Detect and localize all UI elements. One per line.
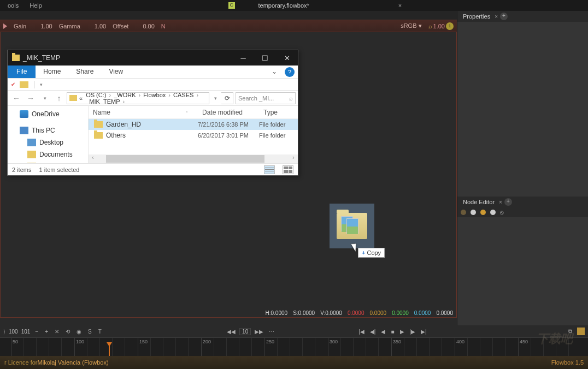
play-back-icon[interactable]: ◀ [379, 329, 387, 335]
ffwd-icon[interactable]: ▶▶ [253, 329, 265, 335]
nav-documents[interactable]: Documents [8, 148, 88, 160]
table-row[interactable]: Garden_HD7/21/2016 6:38 PMFile folder [89, 119, 298, 130]
step-back-icon[interactable]: ◀| [368, 329, 378, 335]
document-title[interactable]: temporary.flowbox* [258, 2, 309, 9]
nav-onedrive[interactable]: OneDrive [8, 108, 88, 120]
qa-pin-icon[interactable]: ✔ [11, 81, 15, 87]
scroll-thumb[interactable] [106, 155, 264, 163]
nav-thispc[interactable]: This PC [8, 124, 88, 136]
breadcrumb-path[interactable]: « OS (C:) › _WORK › Flowbox › CASES › _M… [67, 92, 209, 104]
col-name[interactable]: Name˄ [89, 109, 198, 116]
nav-desktop[interactable]: Desktop [8, 136, 88, 148]
play-icon[interactable] [3, 23, 7, 29]
scroll-right-icon[interactable]: › [289, 154, 298, 163]
ruler-tick: 150 [138, 338, 138, 356]
close-button[interactable]: ✕ [276, 50, 298, 66]
breadcrumb-item[interactable]: OS (C:) [85, 92, 107, 98]
col-date[interactable]: Date modified [198, 109, 259, 116]
col-type[interactable]: Type [259, 109, 298, 116]
nav-fwd-icon[interactable]: → [24, 92, 37, 104]
breadcrumb-item[interactable]: CASES [172, 92, 195, 98]
nav-recent-icon[interactable]: ▾ [38, 92, 51, 104]
step-fwd-icon[interactable]: |▶ [408, 329, 418, 335]
node-tool-3-icon[interactable] [480, 210, 486, 215]
ribbon-view-tab[interactable]: View [101, 66, 131, 78]
node-tool-1-icon[interactable] [461, 210, 466, 215]
offset-value[interactable]: 0.00 [143, 23, 154, 29]
s-label[interactable]: S [86, 329, 93, 335]
properties-close-icon[interactable]: × [495, 14, 498, 20]
plus-icon[interactable]: + [43, 329, 50, 335]
node-tool-4-icon[interactable] [490, 210, 496, 215]
maximize-button[interactable]: ☐ [254, 50, 276, 66]
node-toolbar: ⎋ [457, 207, 588, 217]
start-frame[interactable]: 100 [9, 329, 18, 335]
ellipsis-icon[interactable]: ⋯ [267, 329, 276, 335]
node-tool-5-icon[interactable]: ⎋ [500, 209, 504, 216]
view-icons-button[interactable] [283, 165, 293, 174]
file-explorer-window[interactable]: _MIK_TEMP ─ ☐ ✕ File Home Share View ⌄ ?… [7, 50, 298, 176]
ribbon-home-tab[interactable]: Home [36, 66, 68, 78]
gain-value[interactable]: 1.00 [40, 23, 52, 29]
rate-field[interactable]: 10 [239, 328, 251, 335]
qa-folder-icon[interactable] [20, 81, 28, 88]
explorer-ribbon: File Home Share View ⌄ ? [8, 66, 298, 79]
properties-tab[interactable]: Properties [461, 13, 492, 20]
ruler-tick: 100 [74, 338, 75, 356]
breadcrumb-item[interactable]: _WORK [113, 92, 137, 98]
ruler-tick: 300 [328, 338, 328, 356]
explorer-nav-pane[interactable]: OneDrive This PC Desktop Documents Downl… [8, 106, 89, 163]
current-frame[interactable]: 101 [21, 329, 31, 335]
ribbon-share-tab[interactable]: Share [68, 66, 101, 78]
node-tool-2-icon[interactable] [471, 210, 476, 215]
breadcrumb-item[interactable]: Flowbox [142, 92, 167, 98]
t-label[interactable]: T [97, 329, 103, 335]
ribbon-collapse-icon[interactable]: ⌄ [267, 66, 281, 78]
qa-dropdown-icon[interactable]: ▾ [40, 82, 43, 87]
watermark: 下载吧 [537, 331, 573, 347]
zoom-control[interactable]: ⌕ 1.00 1 [428, 22, 454, 30]
playhead-line [109, 344, 110, 356]
channel-label[interactable]: N [161, 23, 166, 29]
nav-up-icon[interactable]: ↑ [52, 92, 66, 104]
help-icon[interactable]: ? [285, 67, 295, 77]
close-tab-icon[interactable]: × [395, 2, 405, 9]
ruler-tick: 450 [518, 338, 519, 356]
menu-tools[interactable]: ools [2, 2, 24, 9]
stop-icon[interactable]: ■ [389, 329, 396, 335]
explorer-file-list[interactable]: Name˄ Date modified Type Garden_HD7/21/2… [89, 106, 298, 163]
node-editor-close-icon[interactable]: × [499, 199, 502, 205]
go-end-icon[interactable]: ▶| [419, 329, 428, 335]
add-node-panel-icon[interactable]: + [504, 198, 512, 206]
ribbon-file-tab[interactable]: File [8, 66, 36, 78]
link-icon[interactable]: ⟲ [64, 329, 72, 335]
explorer-titlebar[interactable]: _MIK_TEMP ─ ☐ ✕ [8, 50, 298, 66]
timeline-ruler[interactable]: 50100150200250300350400450 [0, 337, 588, 356]
node-editor-tab[interactable]: Node Editor [461, 199, 497, 205]
crop-icon[interactable]: ✕ [53, 329, 61, 335]
path-prefix[interactable]: « [78, 95, 84, 102]
breadcrumb-item[interactable]: _MIK_TEMP [85, 98, 121, 104]
menu-help[interactable]: Help [24, 2, 48, 9]
view-details-button[interactable] [264, 165, 275, 174]
minimize-button[interactable]: ─ [232, 50, 254, 66]
h-scrollbar[interactable]: ‹ › [89, 154, 298, 163]
table-row[interactable]: Others6/20/2017 3:01 PMFile folder [89, 130, 298, 141]
play-fwd-icon[interactable]: ▶ [398, 329, 406, 335]
nav-back-icon[interactable]: ← [10, 92, 23, 104]
search-input[interactable]: Search _MI... ⌕ [236, 92, 296, 104]
column-headers: Name˄ Date modified Type [89, 106, 298, 119]
toggle-b-icon[interactable] [577, 328, 585, 335]
rewind-icon[interactable]: ◀◀ [225, 329, 237, 335]
add-panel-icon[interactable]: + [500, 13, 508, 20]
minus-icon[interactable]: − [33, 329, 40, 335]
go-start-icon[interactable]: |◀ [357, 329, 366, 335]
zoom-reset-icon[interactable]: 1 [446, 22, 454, 30]
globe-icon[interactable]: ◉ [75, 329, 83, 335]
scroll-left-icon[interactable]: ‹ [89, 154, 97, 163]
gamma-value[interactable]: 1.00 [95, 23, 106, 29]
node-editor-body[interactable] [457, 217, 588, 336]
refresh-icon[interactable]: ⟳ [221, 92, 233, 104]
path-dropdown-icon[interactable]: ▾ [210, 92, 220, 104]
colorspace-dropdown[interactable]: sRGB ▾ [401, 22, 421, 29]
